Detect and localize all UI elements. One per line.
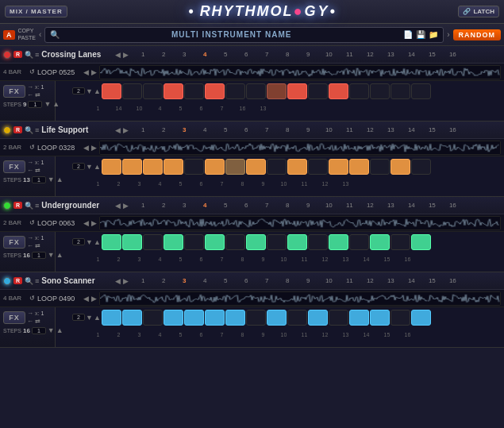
header-num-undergrounder-8[interactable]: 8 [277, 202, 298, 209]
pad-sono-scanner-9[interactable] [267, 310, 287, 326]
header-num-sono-scanner-3[interactable]: 3 [174, 277, 194, 284]
random-button[interactable]: RANDOM [453, 29, 502, 40]
header-num-sono-scanner-2[interactable]: 2 [153, 277, 174, 284]
pad-undergrounder-2[interactable] [122, 234, 142, 250]
num-input-sono-scanner[interactable] [72, 314, 85, 321]
header-num-crossing-lanes-15[interactable]: 15 [421, 51, 442, 58]
pad-crossing-lanes-6[interactable] [205, 83, 225, 99]
header-num-undergrounder-2[interactable]: 2 [153, 202, 174, 209]
header-num-sono-scanner-10[interactable]: 10 [318, 277, 339, 284]
track-nav-left-crossing-lanes[interactable]: ◀ [115, 51, 121, 59]
track-led-crossing-lanes[interactable] [3, 51, 11, 59]
pad-sono-scanner-13[interactable] [349, 310, 369, 326]
pad-life-support-16[interactable] [411, 159, 431, 175]
pad-undergrounder-7[interactable] [225, 234, 245, 250]
track-nav-left-life-support[interactable]: ◀ [115, 126, 121, 134]
header-num-sono-scanner-5[interactable]: 5 [215, 277, 236, 284]
pad-sono-scanner-15[interactable] [391, 310, 410, 326]
header-num-life-support-2[interactable]: 2 [153, 126, 174, 133]
pad-life-support-3[interactable] [143, 159, 163, 175]
track-led-life-support[interactable] [3, 126, 11, 134]
loop-nav-left-undergrounder[interactable]: ◀ [83, 219, 89, 227]
pad-crossing-lanes-16[interactable] [411, 83, 431, 99]
loop-nav-right-undergrounder[interactable]: ▶ [91, 219, 97, 227]
pad-undergrounder-11[interactable] [308, 234, 328, 250]
header-num-sono-scanner-14[interactable]: 14 [401, 277, 421, 284]
header-num-sono-scanner-13[interactable]: 13 [380, 277, 401, 284]
header-num-undergrounder-5[interactable]: 5 [215, 202, 236, 209]
header-num-crossing-lanes-3[interactable]: 3 [174, 51, 194, 58]
pad-life-support-5[interactable] [184, 159, 204, 175]
header-num-sono-scanner-16[interactable]: 16 [442, 277, 463, 284]
header-num-sono-scanner-11[interactable]: 11 [339, 277, 360, 284]
pad-sono-scanner-12[interactable] [329, 310, 348, 326]
track-menu-icon[interactable]: ≡ [35, 126, 39, 134]
pad-crossing-lanes-4[interactable] [164, 83, 183, 99]
header-num-undergrounder-3[interactable]: 3 [174, 202, 194, 209]
num-input-crossing-lanes[interactable] [72, 87, 85, 94]
pad-crossing-lanes-2[interactable] [122, 83, 142, 99]
pad-undergrounder-8[interactable] [246, 234, 266, 250]
header-num-undergrounder-16[interactable]: 16 [442, 202, 463, 209]
track-nav-right-sono-scanner[interactable]: ▶ [123, 277, 129, 285]
header-num-crossing-lanes-1[interactable]: 1 [133, 51, 153, 58]
header-num-sono-scanner-7[interactable]: 7 [256, 277, 277, 284]
loop-nav-right-life-support[interactable]: ▶ [91, 144, 97, 152]
pad-life-support-1[interactable] [102, 159, 121, 175]
track-nav-left-sono-scanner[interactable]: ◀ [115, 277, 121, 285]
steps-input-life-support[interactable] [32, 176, 46, 183]
header-num-crossing-lanes-16[interactable]: 16 [442, 51, 463, 58]
pad-crossing-lanes-7[interactable] [225, 83, 245, 99]
arr-down-life-support[interactable]: ▼ [86, 163, 93, 171]
pad-crossing-lanes-9[interactable] [267, 83, 287, 99]
track-r-button-life-support[interactable]: R [13, 126, 22, 133]
track-search-icon[interactable]: 🔍 [25, 51, 33, 59]
num-input-life-support[interactable] [72, 163, 85, 170]
header-num-crossing-lanes-13[interactable]: 13 [380, 51, 401, 58]
pad-crossing-lanes-12[interactable] [329, 83, 348, 99]
pad-sono-scanner-8[interactable] [246, 310, 266, 326]
track-search-icon[interactable]: 🔍 [25, 126, 33, 134]
header-num-life-support-3[interactable]: 3 [174, 126, 194, 133]
header-num-undergrounder-1[interactable]: 1 [133, 202, 153, 209]
header-num-crossing-lanes-8[interactable]: 8 [277, 51, 298, 58]
arr-up-sono-scanner[interactable]: ▲ [94, 314, 101, 322]
track-search-icon[interactable]: 🔍 [25, 277, 33, 285]
latch-button[interactable]: 🔗 LATCH [458, 6, 499, 17]
arr-up-undergrounder[interactable]: ▲ [94, 238, 101, 246]
pad-sono-scanner-3[interactable] [143, 310, 163, 326]
pad-crossing-lanes-10[interactable] [287, 83, 307, 99]
pad-crossing-lanes-3[interactable] [143, 83, 163, 99]
pad-crossing-lanes-15[interactable] [391, 83, 410, 99]
pad-sono-scanner-11[interactable] [308, 310, 328, 326]
header-num-sono-scanner-8[interactable]: 8 [277, 277, 298, 284]
header-num-sono-scanner-4[interactable]: 4 [194, 277, 215, 284]
track-search-icon[interactable]: 🔍 [25, 202, 33, 210]
fx-button-crossing-lanes[interactable]: FX [3, 85, 25, 98]
pad-undergrounder-16[interactable] [411, 234, 431, 250]
header-num-sono-scanner-12[interactable]: 12 [360, 277, 380, 284]
fx-button-sono-scanner[interactable]: FX [3, 311, 25, 324]
header-num-undergrounder-10[interactable]: 10 [318, 202, 339, 209]
pad-undergrounder-15[interactable] [391, 234, 410, 250]
arr-down-undergrounder[interactable]: ▼ [86, 238, 93, 246]
header-num-crossing-lanes-7[interactable]: 7 [256, 51, 277, 58]
pad-life-support-12[interactable] [329, 159, 348, 175]
header-num-crossing-lanes-14[interactable]: 14 [401, 51, 421, 58]
steps-input-sono-scanner[interactable] [32, 327, 46, 334]
nav-left-arrow[interactable]: ‹ [39, 30, 41, 39]
header-num-crossing-lanes-10[interactable]: 10 [318, 51, 339, 58]
fx-button-undergrounder[interactable]: FX [3, 236, 25, 249]
steps-input-crossing-lanes[interactable] [28, 101, 42, 108]
pad-life-support-6[interactable] [205, 159, 225, 175]
pad-life-support-15[interactable] [391, 159, 410, 175]
arr-down-crossing-lanes[interactable]: ▼ [86, 87, 93, 95]
pad-life-support-2[interactable] [122, 159, 142, 175]
pad-undergrounder-14[interactable] [370, 234, 390, 250]
header-num-life-support-10[interactable]: 10 [318, 126, 339, 133]
pad-undergrounder-9[interactable] [267, 234, 287, 250]
header-num-undergrounder-7[interactable]: 7 [256, 202, 277, 209]
nav-right-arrow[interactable]: › [447, 30, 449, 39]
pad-life-support-7[interactable] [225, 159, 245, 175]
a-button[interactable]: A [3, 30, 15, 40]
